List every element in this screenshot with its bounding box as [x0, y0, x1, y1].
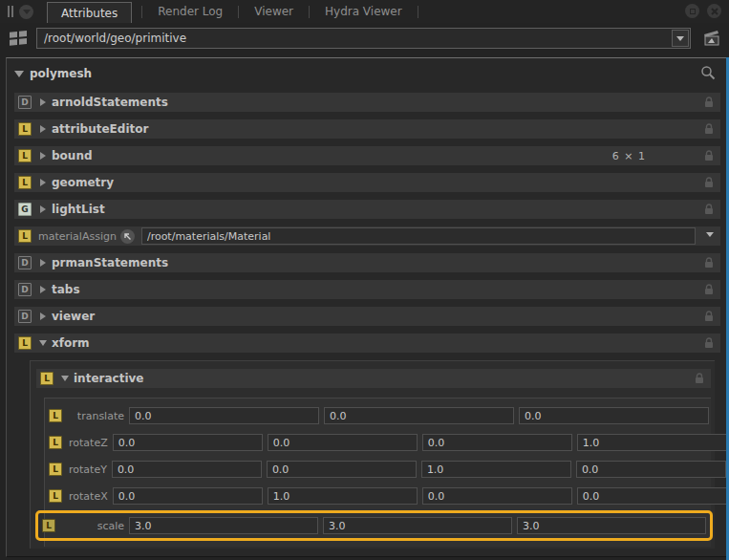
attr-group-label: bound: [52, 149, 93, 162]
attr-row-viewer[interactable]: D viewer: [14, 307, 720, 326]
attr-group-label: viewer: [52, 310, 95, 323]
show-scenegraph-button[interactable]: [700, 28, 723, 49]
attr-row-arnoldStatements[interactable]: D arnoldStatements: [14, 93, 720, 112]
param-row-translate: L translate: [49, 406, 709, 425]
scope-badge: L: [18, 149, 32, 162]
attr-row-bound[interactable]: L bound 6 × 1: [14, 146, 720, 165]
attr-label: materialAssign: [38, 230, 117, 243]
expander-right-icon[interactable]: [40, 205, 46, 213]
expander-right-icon[interactable]: [40, 152, 46, 160]
param-row-scale: L scale: [42, 516, 706, 535]
windows-icon: [8, 29, 29, 48]
lock-icon: [704, 337, 714, 349]
attr-row-lightList[interactable]: G lightList: [14, 200, 720, 219]
scope-badge: L: [18, 122, 32, 136]
expander-right-icon[interactable]: [40, 179, 46, 186]
rotateY-x-input[interactable]: [267, 461, 417, 478]
attr-row-interactive[interactable]: L interactive: [36, 369, 711, 388]
tab-separator: [141, 6, 142, 18]
scope-badge: G: [18, 203, 32, 216]
lock-icon: [704, 97, 714, 108]
chevron-down-icon: [676, 36, 684, 41]
polymesh-header[interactable]: polymesh: [7, 58, 726, 89]
expander-right-icon[interactable]: [40, 98, 46, 106]
close-pane-button[interactable]: [707, 4, 721, 18]
rotateX-z-input[interactable]: [577, 487, 727, 505]
scenegraph-path-field-wrap: [36, 28, 691, 49]
rotateX-y-input[interactable]: [422, 487, 572, 505]
scope-badge: D: [18, 310, 32, 323]
attr-row-prmanStatements[interactable]: D prmanStatements: [14, 253, 720, 272]
attributes-panel: polymesh D arnoldStatements L attributeE…: [6, 57, 726, 557]
expander-right-icon[interactable]: [40, 259, 46, 267]
tab-attributes[interactable]: Attributes: [47, 2, 132, 23]
scale-x-input[interactable]: [129, 517, 318, 534]
scope-badge: L: [49, 463, 62, 476]
tab-render-log[interactable]: Render Log: [144, 1, 236, 22]
attr-group-label: lightList: [52, 203, 105, 216]
rotateY-y-input[interactable]: [421, 461, 571, 478]
attr-row-attributeEditor[interactable]: L attributeEditor: [14, 119, 720, 139]
attr-row-xform[interactable]: L xform: [14, 334, 720, 353]
rotateZ-y-input[interactable]: [422, 434, 572, 451]
scale-y-input[interactable]: [323, 517, 512, 534]
attribute-rows: D arnoldStatements L attributeEditor L b…: [7, 89, 726, 549]
xform-group-contents: L interactive L translate: [30, 360, 715, 549]
expander-right-icon[interactable]: [40, 286, 46, 293]
param-label: rotateY: [69, 463, 107, 476]
tab-bar: Attributes Render Log Viewer Hydra Viewe…: [0, 0, 729, 23]
attr-row-materialAssign[interactable]: L materialAssign: [14, 226, 720, 246]
tab-separator: [418, 6, 418, 18]
rotateZ-x-input[interactable]: [268, 434, 418, 451]
tab-hydra-viewer[interactable]: Hydra Viewer: [311, 1, 416, 22]
attr-group-label: attributeEditor: [52, 122, 148, 136]
param-label: translate: [69, 410, 124, 422]
translate-z-input[interactable]: [519, 407, 709, 424]
float-icon: [690, 9, 696, 14]
scope-badge: L: [18, 336, 32, 350]
dropdown-arrow-icon[interactable]: [706, 232, 714, 237]
attr-group-label: arnoldStatements: [52, 96, 168, 109]
attr-row-geometry[interactable]: L geometry: [14, 173, 720, 192]
lock-icon: [695, 373, 704, 384]
lock-icon: [704, 284, 714, 295]
param-fields: [113, 434, 727, 451]
clapperboard-icon: [702, 30, 721, 47]
scope-badge: L: [49, 409, 62, 422]
close-icon: [711, 8, 718, 15]
rotateX-x-input[interactable]: [268, 487, 418, 505]
expander-down-icon[interactable]: [39, 340, 47, 346]
lock-icon: [704, 204, 714, 215]
search-icon[interactable]: [699, 65, 717, 82]
translate-y-input[interactable]: [324, 407, 514, 424]
tab-viewer[interactable]: Viewer: [241, 1, 307, 22]
scope-badge: L: [49, 436, 62, 449]
translate-x-input[interactable]: [129, 407, 319, 424]
scale-z-input[interactable]: [517, 517, 706, 534]
expander-down-icon: [14, 71, 24, 77]
rotateZ-angle-input[interactable]: [113, 434, 263, 451]
expander-right-icon[interactable]: [40, 312, 46, 320]
scope-badge: L: [18, 229, 32, 243]
material-assign-input[interactable]: [141, 227, 696, 245]
expander-down-icon[interactable]: [61, 376, 69, 381]
scenegraph-path-input[interactable]: [36, 28, 691, 49]
rotateX-angle-input[interactable]: [113, 487, 263, 505]
float-pane-button[interactable]: [685, 4, 699, 18]
pane-drag-handle[interactable]: [8, 6, 13, 17]
rotateZ-z-input[interactable]: [577, 434, 727, 451]
pane-menu-button[interactable]: [19, 5, 33, 19]
param-fields: [113, 487, 727, 505]
local-value-button[interactable]: [120, 229, 135, 244]
rotateY-angle-input[interactable]: [112, 461, 262, 478]
scope-badge: D: [18, 96, 32, 109]
attr-row-tabs[interactable]: D tabs: [14, 280, 720, 299]
attr-group-label: xform: [52, 336, 90, 350]
param-fields: [129, 407, 709, 424]
expander-right-icon[interactable]: [40, 125, 46, 133]
attr-group-label: geometry: [52, 176, 114, 189]
path-history-dropdown[interactable]: [672, 30, 689, 47]
attr-group-label: tabs: [52, 283, 80, 296]
rotateY-z-input[interactable]: [576, 461, 726, 478]
scope-badge: L: [40, 372, 54, 385]
